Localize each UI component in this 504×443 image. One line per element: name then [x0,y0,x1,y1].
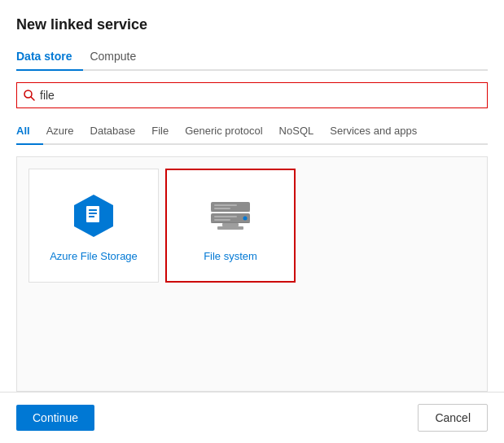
card-azure-file-storage[interactable]: Azure File Storage [28,169,159,283]
filter-tab-file[interactable]: File [151,120,182,145]
svg-rect-17 [211,222,250,223]
filter-tab-azure[interactable]: Azure [46,120,87,145]
filter-tab-database[interactable]: Database [90,120,149,145]
filter-tabs: All Azure Database File Generic protocol… [16,120,488,145]
svg-rect-5 [89,213,97,214]
svg-rect-15 [217,226,243,230]
cards-grid: Azure File Storage [16,156,488,392]
filter-tab-generic-protocol[interactable]: Generic protocol [185,120,275,145]
filter-tab-all[interactable]: All [16,120,43,145]
svg-rect-10 [214,208,230,209]
search-box [16,82,488,108]
search-icon [24,90,35,101]
svg-rect-7 [211,202,250,212]
panel-title: New linked service [16,16,488,33]
file-system-icon [204,190,256,242]
filter-tab-services-and-apps[interactable]: Services and apps [330,120,430,145]
svg-line-1 [31,97,34,100]
filter-tab-nosql[interactable]: NoSQL [279,120,327,145]
svg-point-13 [243,216,248,220]
file-system-label: File system [204,250,257,262]
svg-rect-14 [222,223,239,226]
footer: Continue Cancel [0,392,504,443]
search-input[interactable] [40,89,480,102]
azure-file-storage-label: Azure File Storage [50,250,138,262]
tab-data-store[interactable]: Data store [16,45,83,71]
card-file-system[interactable]: File system [165,169,296,283]
tab-compute[interactable]: Compute [90,45,147,71]
continue-button[interactable]: Continue [16,405,94,431]
svg-rect-9 [214,204,237,206]
svg-rect-6 [89,216,94,217]
svg-rect-11 [214,216,237,217]
main-tabs: Data store Compute [16,45,488,71]
svg-rect-16 [211,211,250,212]
svg-rect-12 [214,219,230,221]
azure-file-storage-icon [68,190,120,242]
cancel-button[interactable]: Cancel [418,404,488,432]
svg-rect-4 [89,209,97,211]
